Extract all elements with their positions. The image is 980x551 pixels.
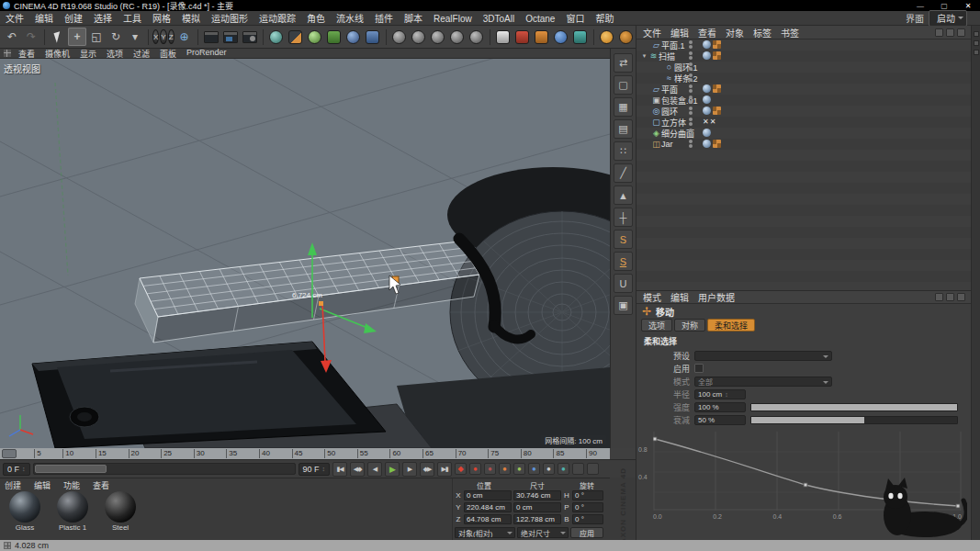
key-rotation-toggle[interactable]: ● [528, 463, 540, 475]
material-glass[interactable]: Glass [4, 490, 46, 532]
viewport-menu-item[interactable]: 过滤 [133, 48, 150, 60]
deformer-button-5[interactable] [467, 28, 486, 46]
playback-options-button[interactable] [572, 463, 584, 475]
volume-button[interactable] [364, 28, 382, 46]
goto-end-button[interactable]: ▶▮ [437, 462, 452, 477]
menu-item[interactable]: 运动图形 [206, 14, 253, 24]
texture-mode-button[interactable]: ▦ [614, 97, 633, 117]
primitive-cube-button[interactable] [267, 28, 286, 46]
visibility-dots[interactable] [689, 107, 693, 115]
goto-start-button[interactable]: ▮◀ [332, 462, 347, 477]
live-selection-button[interactable] [49, 28, 67, 46]
menu-item[interactable]: 流水线 [331, 14, 369, 24]
deformer-button-4[interactable] [448, 28, 467, 46]
timeline-ruler[interactable]: 051015202530354045505560657075808590 [0, 448, 610, 459]
last-tool-button[interactable]: ▾ [126, 28, 144, 46]
sun-button[interactable] [598, 28, 616, 46]
phong-tag-icon[interactable] [703, 51, 711, 60]
menu-item[interactable]: 工具 [118, 14, 147, 24]
panel-menu-icon[interactable] [957, 28, 965, 37]
coordinate-mode-dropdown[interactable]: 对象(相对) [455, 527, 515, 538]
dock-tab-icon[interactable] [974, 50, 979, 55]
tab-soft-selection[interactable]: 柔和选择 [707, 319, 755, 332]
texture-tag-icon[interactable] [713, 84, 721, 93]
h-rotation-field[interactable]: 0 ° [572, 490, 603, 500]
viewport-menu-item[interactable]: 查看 [18, 48, 35, 60]
key-position-toggle[interactable]: ● [499, 463, 511, 475]
falloff-field[interactable]: 50 % [694, 415, 746, 425]
viewport-menu-item[interactable]: 摄像机 [45, 48, 70, 60]
radius-field[interactable]: 100 cm↕ [694, 389, 746, 399]
attribute-menu-item[interactable]: 编辑 [670, 290, 689, 304]
mograph-button[interactable] [325, 28, 344, 46]
current-frame-field[interactable]: 0 F↕ [3, 463, 30, 476]
material-menu-item[interactable]: 编辑 [34, 479, 51, 490]
tab-options[interactable]: 选项 [641, 319, 672, 332]
quantize-button[interactable]: S [614, 252, 633, 271]
object-row-circle1[interactable]: ○ 圆环.1 [636, 62, 971, 73]
object-row-sds[interactable]: ◈ 细分曲面 [636, 128, 971, 139]
x-size-field[interactable]: 30.746 cm [513, 490, 561, 500]
object-row-spline2[interactable]: ≈ 样条.2 [636, 73, 971, 84]
range-handle[interactable] [35, 465, 107, 473]
record-button[interactable]: ◆ [455, 463, 467, 475]
panel-menu-icon[interactable] [957, 293, 965, 301]
menu-item[interactable]: 网格 [147, 14, 176, 24]
edges-mode-button[interactable]: ╱ [614, 163, 633, 183]
size-mode-dropdown[interactable]: 绝对尺寸 [517, 527, 569, 538]
menu-item[interactable]: 文件 [0, 14, 29, 24]
y-size-field[interactable]: 0 cm [513, 502, 561, 512]
render-picture-viewer-button[interactable] [221, 28, 240, 46]
frame-range-slider[interactable] [33, 463, 296, 475]
keyframe-selection-button[interactable]: ● [484, 463, 496, 475]
material-plastic[interactable]: Plastic 1 [51, 490, 94, 532]
material-steel[interactable]: Steel [99, 490, 141, 532]
apply-button[interactable]: 应用 [570, 527, 603, 538]
next-frame-button[interactable]: ▶ [402, 462, 417, 477]
object-manager-menu-item[interactable]: 文件 [643, 26, 661, 39]
menu-item[interactable]: 帮助 [590, 14, 619, 24]
maximize-button[interactable]: ▢ [932, 2, 956, 10]
points-mode-button[interactable]: ∷ [614, 141, 633, 161]
z-size-field[interactable]: 122.788 cm [513, 514, 561, 524]
menu-item[interactable]: Octane [520, 14, 560, 24]
make-editable-button[interactable]: ⇄ [614, 53, 633, 73]
strength-field[interactable]: 100 % [694, 402, 746, 412]
strength-slider[interactable] [750, 403, 958, 411]
object-row-plane1[interactable]: ▱ 平面.1 [636, 39, 971, 51]
spline-mask-button[interactable] [344, 28, 363, 46]
octane-button[interactable] [617, 28, 636, 46]
deformer-button-1[interactable] [390, 28, 409, 46]
phong-tag-icon[interactable] [703, 96, 711, 104]
y-position-field[interactable]: 220.484 cm [464, 502, 512, 512]
menu-item[interactable]: 3DToAll [478, 14, 520, 24]
play-button[interactable]: ▶ [385, 462, 400, 477]
move-tool-button[interactable]: + [68, 28, 86, 46]
key-scale-toggle[interactable]: ● [513, 463, 525, 475]
scale-tool-button[interactable]: ◱ [87, 28, 106, 46]
material-menu-item[interactable]: 查看 [93, 479, 109, 490]
polygons-mode-button[interactable]: ▲ [614, 186, 633, 205]
dock-tab-icon[interactable] [974, 31, 979, 37]
search-icon[interactable] [935, 28, 943, 37]
rotate-tool-button[interactable]: ↻ [107, 28, 125, 46]
prev-frame-button[interactable]: ◀ [367, 462, 382, 477]
filter-icon[interactable] [946, 28, 954, 37]
workplane-lock-button[interactable]: ▣ [614, 296, 633, 315]
dock-tab-icon[interactable] [974, 40, 979, 46]
menu-item[interactable]: 选择 [88, 14, 118, 24]
redo-button[interactable]: ↷ [22, 28, 40, 46]
object-manager-menu-item[interactable]: 查看 [698, 26, 716, 39]
coordinate-system-button[interactable]: ⊕ [175, 28, 194, 46]
viewport-menu-item[interactable]: ProRender [186, 48, 227, 60]
workplane-mode-button[interactable]: ▤ [614, 119, 633, 139]
object-manager-menu-item[interactable]: 标签 [753, 26, 772, 39]
sky-button[interactable] [513, 28, 532, 46]
disabled-tag-icon[interactable]: ✕✕ [703, 118, 716, 126]
floor-button[interactable] [494, 28, 513, 46]
back-icon[interactable] [935, 293, 943, 301]
object-row-jar[interactable]: ◫ Jar [636, 139, 971, 150]
object-row-cube[interactable]: ▢ 立方体 ✕✕ [636, 117, 971, 128]
menu-item[interactable]: RealFlow [428, 14, 478, 24]
menu-item[interactable]: 脚本 [399, 14, 428, 24]
